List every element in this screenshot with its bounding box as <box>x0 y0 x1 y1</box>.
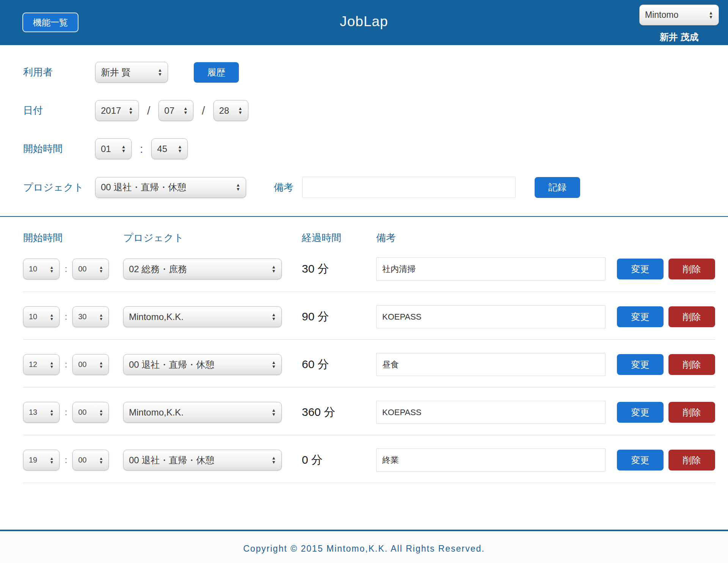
updown-arrow-icon <box>271 456 276 464</box>
row-hour-select[interactable]: 12 <box>23 354 60 375</box>
col-header-elapsed: 経過時間 <box>302 231 376 245</box>
updown-arrow-icon <box>271 313 276 321</box>
change-button[interactable]: 変更 <box>617 450 664 470</box>
project-select-value: 00 退社・直帰・休憩 <box>101 181 186 193</box>
time-colon: : <box>140 143 143 155</box>
elapsed-time: 360 分 <box>302 405 376 420</box>
record-button[interactable]: 記録 <box>535 177 580 198</box>
updown-arrow-icon <box>271 361 276 369</box>
updown-arrow-icon <box>50 456 54 464</box>
change-button[interactable]: 変更 <box>617 306 664 327</box>
row-hour-value: 13 <box>29 408 37 417</box>
month-select-value: 07 <box>164 105 174 116</box>
table-header-row: 開始時間 プロジェクト 経過時間 備考 <box>23 231 715 244</box>
delete-button[interactable]: 削除 <box>668 450 715 470</box>
history-button[interactable]: 履歴 <box>194 62 239 83</box>
row-minute-select[interactable]: 30 <box>72 306 109 327</box>
row-hour-select[interactable]: 10 <box>23 306 60 327</box>
col-header-project: プロジェクト <box>123 231 302 245</box>
row-remarks-input[interactable] <box>376 449 606 472</box>
time-colon: : <box>65 455 67 465</box>
user-label: 利用者 <box>23 66 95 79</box>
row-project-value: Mintomo,K.K. <box>129 407 184 418</box>
row-minute-value: 30 <box>78 312 86 321</box>
elapsed-time: 60 分 <box>302 357 376 372</box>
updown-arrow-icon <box>50 361 54 369</box>
updown-arrow-icon <box>121 145 126 153</box>
date-row: 日付 2017 / 07 / 28 <box>23 100 728 121</box>
remarks-input[interactable] <box>302 177 516 198</box>
row-project-select[interactable]: 00 退社・直帰・休憩 <box>123 450 282 470</box>
user-row: 利用者 新井 賢 履歴 <box>23 62 728 83</box>
change-button[interactable]: 変更 <box>617 354 664 375</box>
row-minute-value: 00 <box>78 360 86 369</box>
row-hour-value: 10 <box>29 265 37 273</box>
elapsed-time: 0 分 <box>302 452 376 468</box>
row-remarks-input[interactable] <box>376 305 606 328</box>
start-hour-value: 01 <box>101 144 111 154</box>
row-minute-value: 00 <box>78 265 86 273</box>
project-select[interactable]: 00 退社・直帰・休憩 <box>95 177 246 198</box>
delete-button[interactable]: 削除 <box>668 354 715 375</box>
row-project-value: 00 退社・直帰・休憩 <box>129 359 214 371</box>
updown-arrow-icon <box>50 409 54 416</box>
time-colon: : <box>65 264 67 274</box>
project-label: プロジェクト <box>23 181 95 194</box>
change-button[interactable]: 変更 <box>617 402 664 423</box>
row-remarks-input[interactable] <box>376 401 606 424</box>
updown-arrow-icon <box>99 361 103 369</box>
start-minute-select[interactable]: 45 <box>151 138 188 159</box>
row-minute-select[interactable]: 00 <box>72 259 109 279</box>
day-select[interactable]: 28 <box>213 100 248 121</box>
page-footer: Copyright © 2015 Mintomo,K.K. All Rights… <box>0 530 728 563</box>
updown-arrow-icon <box>158 68 162 77</box>
updown-arrow-icon <box>99 456 103 464</box>
row-hour-select[interactable]: 19 <box>23 450 60 470</box>
time-log-table: 開始時間 プロジェクト 経過時間 備考 10 : 00 02 総務・庶務 30 … <box>0 217 728 483</box>
updown-arrow-icon <box>50 313 54 321</box>
month-select[interactable]: 07 <box>158 100 193 121</box>
delete-button[interactable]: 削除 <box>668 306 715 327</box>
user-select[interactable]: 新井 賢 <box>95 62 168 83</box>
row-minute-select[interactable]: 00 <box>72 354 109 375</box>
day-select-value: 28 <box>219 105 229 116</box>
elapsed-time: 30 分 <box>302 261 376 277</box>
row-project-select[interactable]: 02 総務・庶務 <box>123 259 282 279</box>
row-project-select[interactable]: 00 退社・直帰・休憩 <box>123 354 282 375</box>
row-hour-value: 10 <box>29 312 37 321</box>
date-label: 日付 <box>23 104 95 117</box>
start-time-label: 開始時間 <box>23 142 95 155</box>
company-select[interactable]: Mintomo <box>639 5 719 25</box>
table-row: 10 : 00 02 総務・庶務 30 分 変更 削除 <box>23 244 715 292</box>
delete-button[interactable]: 削除 <box>668 402 715 423</box>
updown-arrow-icon <box>177 145 182 153</box>
row-remarks-input[interactable] <box>376 353 606 376</box>
row-minute-select[interactable]: 00 <box>72 450 109 470</box>
table-row: 19 : 00 00 退社・直帰・休憩 0 分 変更 削除 <box>23 435 715 483</box>
row-remarks-input[interactable] <box>376 257 606 281</box>
row-minute-select[interactable]: 00 <box>72 402 109 423</box>
start-time-row: 開始時間 01 : 45 <box>23 138 728 159</box>
col-header-remarks: 備考 <box>376 231 616 245</box>
logged-in-user-name: 新井 茂成 <box>639 31 719 43</box>
row-hour-select[interactable]: 10 <box>23 259 60 279</box>
table-row: 10 : 30 Mintomo,K.K. 90 分 変更 削除 <box>23 292 715 340</box>
row-hour-value: 19 <box>29 456 37 464</box>
updown-arrow-icon <box>99 409 103 416</box>
updown-arrow-icon <box>271 408 276 417</box>
start-hour-select[interactable]: 01 <box>95 138 132 159</box>
row-project-value: 00 退社・直帰・休憩 <box>129 454 214 466</box>
change-button[interactable]: 変更 <box>617 259 664 279</box>
row-project-value: 02 総務・庶務 <box>129 263 187 275</box>
table-row: 12 : 00 00 退社・直帰・休憩 60 分 変更 削除 <box>23 340 715 387</box>
table-row: 13 : 00 Mintomo,K.K. 360 分 変更 削除 <box>23 387 715 435</box>
row-project-select[interactable]: Mintomo,K.K. <box>123 306 282 327</box>
year-select[interactable]: 2017 <box>95 100 139 121</box>
row-hour-select[interactable]: 13 <box>23 402 60 423</box>
year-select-value: 2017 <box>101 105 121 116</box>
copyright-text: Copyright © 2015 Mintomo,K.K. All Rights… <box>243 544 485 554</box>
row-minute-value: 00 <box>78 408 86 417</box>
row-project-select[interactable]: Mintomo,K.K. <box>123 402 282 423</box>
updown-arrow-icon <box>99 313 103 321</box>
delete-button[interactable]: 削除 <box>668 259 715 279</box>
